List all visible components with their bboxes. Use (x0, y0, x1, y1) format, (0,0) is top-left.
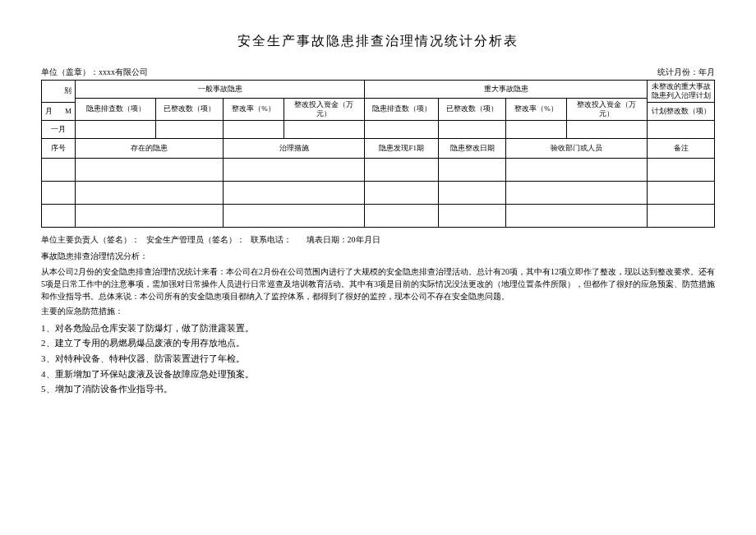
list-item: 1、对各危险品仓库安装了防爆灯，做了防泄露装置。 (41, 321, 715, 336)
h-measure: 治理措施 (224, 138, 365, 158)
cell (42, 204, 76, 227)
detail-table: 序号 存在的隐患 治理措施 隐患发现F1期 隐患整改日期 验收部门或人员 备注 (41, 138, 715, 228)
cell (365, 181, 439, 204)
maj-rectified: 已整改数（项） (439, 99, 506, 121)
h-found: 隐患发现F1期 (365, 138, 439, 158)
cell (224, 204, 365, 227)
analysis-title: 事故隐患排查治理情况分析： (41, 251, 715, 262)
sig-date: 填表日期：20年月日 (307, 235, 380, 244)
measures-list: 1、对各危险品仓库安装了防爆灯，做了防泄露装置。 2、建立了专用的易燃易爆品废液… (41, 321, 715, 397)
cell (284, 120, 364, 138)
sig-responsible: 单位主要负责人（签名）： (41, 235, 140, 244)
cell (365, 158, 439, 181)
cell (439, 204, 506, 227)
row-month: 一月 (42, 120, 76, 138)
measures-title: 主要的应急防范措施： (41, 306, 715, 317)
h-acceptor: 验收部门或人员 (506, 138, 648, 158)
cell (566, 120, 647, 138)
sig-phone: 联系电话： (251, 235, 292, 244)
corner-bottom: 月M (42, 102, 76, 120)
cell (439, 158, 506, 181)
maj-rate: 整改率（%） (506, 99, 567, 121)
cat-general: 一般事故隐患 (75, 81, 364, 99)
h-rectify-date: 隐患整改日期 (439, 138, 506, 158)
header-line: 单位（盖章）：xxxx有限公司 统计月份：年月 (41, 67, 715, 78)
cell (224, 158, 365, 181)
page-title: 安全生产事故隐患排查治理情况统计分析表 (41, 33, 715, 50)
gen-rate: 整改率（%） (224, 99, 284, 121)
stat-month-label: 统计月份：年月 (657, 67, 715, 78)
cell (42, 181, 76, 204)
cell (506, 204, 648, 227)
not-rectified-header: 未整改的重大事故隐患列入治理计划 (648, 81, 715, 103)
summary-table: 别 一般事故隐患 重大事故隐患 未整改的重大事故隐患列入治理计划 隐患排查数（项… (41, 80, 715, 139)
cell (75, 204, 223, 227)
cell (75, 120, 155, 138)
cell (506, 181, 648, 204)
list-item: 2、建立了专用的易燃易爆品废液的专用存放地点。 (41, 335, 715, 351)
cell (648, 158, 715, 181)
cell (648, 181, 715, 204)
cell (506, 120, 567, 138)
corner-top: 别 (42, 81, 76, 103)
cell (439, 181, 506, 204)
list-item: 4、重新增加了环保站废液及设备故障应急处理预案。 (41, 367, 715, 382)
list-item: 3、对特种设备、特种仪器、防雷装置进行了年检。 (41, 351, 715, 367)
cell (648, 204, 715, 227)
cell (365, 120, 439, 138)
plan-count-header: 计划整改数（项） (648, 102, 715, 120)
unit-label: 单位（盖章）：xxxx有限公司 (41, 67, 148, 78)
cell (224, 181, 365, 204)
maj-invest: 整改投入资金（万元） (566, 99, 647, 121)
cell (75, 158, 223, 181)
maj-inspect: 隐患排查数（项） (365, 99, 439, 121)
cell (648, 120, 715, 138)
cat-major: 重大事故隐患 (365, 81, 648, 99)
gen-invest: 整改投入资金（万元） (284, 99, 364, 121)
cell (156, 120, 224, 138)
h-remark: 备注 (648, 138, 715, 158)
list-item: 5、增加了消防设备作业指导书。 (41, 381, 715, 397)
sig-manager: 安全生产管理员（签名）： (146, 235, 245, 244)
gen-inspect: 隐患排查数（项） (75, 99, 155, 121)
cell (365, 204, 439, 227)
cell (75, 181, 223, 204)
analysis-body: 从本公司2月份的安全隐患排查治理情况统计来看：本公司在2月份在公司范围内进行了大… (41, 265, 715, 302)
cell (439, 120, 506, 138)
cell (224, 120, 284, 138)
h-seq: 序号 (42, 138, 76, 158)
cell (42, 158, 76, 181)
signature-line: 单位主要负责人（签名）： 安全生产管理员（签名）： 联系电话： 填表日期：20年… (41, 234, 715, 246)
gen-rectified: 已整改数（项） (156, 99, 224, 121)
h-hazard: 存在的隐患 (75, 138, 223, 158)
cell (506, 158, 648, 181)
